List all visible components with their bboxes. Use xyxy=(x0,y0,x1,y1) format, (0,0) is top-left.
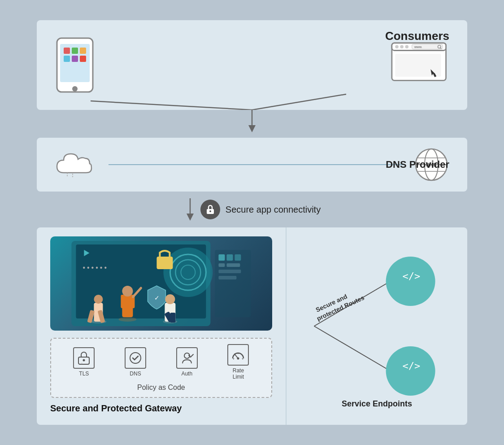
dns-check-label: DNS xyxy=(130,371,141,377)
svg-point-76 xyxy=(237,358,239,360)
svg-rect-64 xyxy=(226,254,233,261)
svg-point-54 xyxy=(165,294,175,304)
svg-rect-49 xyxy=(121,295,124,308)
svg-point-8 xyxy=(72,86,78,92)
lock-icon xyxy=(205,204,216,215)
svg-rect-66 xyxy=(218,263,225,267)
dns-horizontal-line xyxy=(109,164,404,165)
gateway-title: Secure and Protected Gateway xyxy=(50,403,272,414)
svg-point-48 xyxy=(122,286,133,297)
policy-dns: DNS xyxy=(125,347,146,377)
gateway-panel: •••••• ✓ xyxy=(37,227,467,425)
service-endpoints-label: Service Endpoints xyxy=(295,399,458,409)
svg-marker-33 xyxy=(187,214,194,221)
tls-label: TLS xyxy=(79,371,89,377)
consumers-label: Consumers xyxy=(385,29,449,43)
svg-rect-68 xyxy=(218,270,241,273)
svg-line-82 xyxy=(314,326,390,371)
secure-arrow-area: Secure app connectivity xyxy=(37,192,467,227)
auth-icon xyxy=(176,347,198,369)
svg-rect-56 xyxy=(170,313,175,323)
down-arrow-2 xyxy=(183,198,197,221)
svg-text:www.: www. xyxy=(414,45,422,49)
secure-connectivity-label: Secure app connectivity xyxy=(226,205,321,215)
security-illustration: •••••• ✓ xyxy=(50,236,272,331)
gateway-left: •••••• ✓ xyxy=(37,227,287,425)
routes-svg: Secure and protected Routes </> </> xyxy=(295,236,458,416)
browser-icon: www. xyxy=(391,40,449,90)
svg-point-59 xyxy=(94,295,103,304)
tls-icon: ✩ xyxy=(73,347,95,369)
policy-as-code-label: Policy as Code xyxy=(58,384,264,392)
svg-rect-67 xyxy=(226,263,240,267)
svg-rect-7 xyxy=(80,56,86,62)
policy-box: ✩ TLS DNS xyxy=(50,338,272,398)
svg-point-35 xyxy=(209,210,211,212)
phone-icon xyxy=(55,36,95,94)
svg-rect-45 xyxy=(156,257,173,269)
svg-point-11 xyxy=(395,45,398,48)
policy-auth: Auth xyxy=(176,347,198,377)
auth-label: Auth xyxy=(181,371,192,377)
policy-tls: ✩ TLS xyxy=(73,347,95,377)
gateway-right: Secure and protected Routes </> </> Serv… xyxy=(287,227,467,425)
diagram-wrapper: Consumers xyxy=(37,20,467,425)
rate-limit-icon xyxy=(227,344,249,366)
dns-panel: DNS Provider DNS xyxy=(37,138,467,192)
svg-rect-6 xyxy=(72,56,78,62)
svg-point-71 xyxy=(83,359,85,362)
svg-rect-5 xyxy=(64,56,70,62)
dns-label: DNS Provider xyxy=(386,159,449,170)
svg-rect-63 xyxy=(218,254,225,261)
policy-rate-limit: RateLimit xyxy=(227,344,249,380)
down-arrow-1 xyxy=(243,110,261,132)
lock-badge xyxy=(200,200,220,219)
svg-rect-69 xyxy=(218,276,236,279)
svg-text:</>: </> xyxy=(402,270,420,282)
svg-line-77 xyxy=(233,358,234,359)
rate-limit-label: RateLimit xyxy=(233,367,244,380)
svg-point-12 xyxy=(400,45,403,48)
svg-text:••••••: •••••• xyxy=(83,264,109,271)
svg-point-46 xyxy=(118,317,136,322)
illustration-svg: •••••• ✓ xyxy=(50,236,272,331)
svg-point-73 xyxy=(130,353,141,363)
svg-rect-4 xyxy=(80,48,86,54)
consumers-to-dns-arrow xyxy=(37,110,467,132)
svg-rect-3 xyxy=(72,48,78,54)
gateway-right-inner: Secure and protected Routes </> </> Serv… xyxy=(295,236,458,416)
svg-rect-2 xyxy=(64,48,70,54)
policy-icons-row: ✩ TLS DNS xyxy=(58,344,264,380)
svg-marker-23 xyxy=(248,125,256,132)
svg-rect-65 xyxy=(235,254,241,261)
svg-point-13 xyxy=(405,45,408,48)
svg-text:</>: </> xyxy=(402,360,420,371)
svg-line-78 xyxy=(242,358,243,359)
consumers-panel: Consumers xyxy=(37,20,467,110)
cloud-icon xyxy=(55,150,100,179)
dns-check-icon xyxy=(125,347,146,369)
svg-text:✓: ✓ xyxy=(154,294,160,301)
